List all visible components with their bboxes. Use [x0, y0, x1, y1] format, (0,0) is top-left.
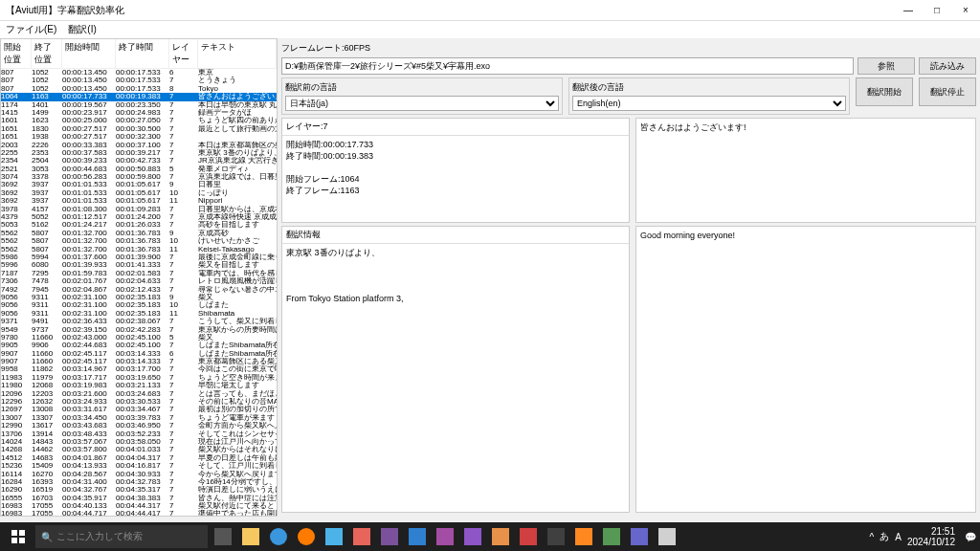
- notification-icon[interactable]: 💬: [965, 532, 976, 542]
- translate-stop-button[interactable]: 翻訳停止: [919, 77, 976, 106]
- app-icon-10[interactable]: [599, 522, 624, 551]
- table-row[interactable]: 3692393700:01:01.53300:01:05.6179日暮里: [1, 181, 277, 188]
- table-row[interactable]: 99071166000:02:45.11700:03:14.3336しばまたSh…: [1, 350, 277, 358]
- layer-info-title: レイヤー:7: [282, 119, 629, 136]
- table-row[interactable]: 97801166000:02:43.00000:02:45.1005柴又: [1, 334, 277, 342]
- table-row[interactable]: 3692393700:01:01.53300:01:05.61711Nippor…: [1, 197, 277, 205]
- table-row[interactable]: 3074337800:00:56.28300:00:59.8007京浜東北線では…: [1, 173, 277, 181]
- taskbar-search[interactable]: 🔍 ここに入力して検索: [35, 525, 208, 548]
- table-row[interactable]: 5986599400:01:37.60000:01:39.9007最後に京成金町…: [1, 253, 277, 261]
- table-row[interactable]: 9549973700:02:39.15000:02:42.2837東京駅からの所…: [1, 326, 277, 334]
- app-icon-7[interactable]: [516, 522, 541, 551]
- taskbar[interactable]: 🔍 ここに入力して検索 ^ あ A 21:51 2024/10/12 💬: [0, 522, 980, 551]
- minimize-button[interactable]: —: [894, 0, 923, 21]
- table-row[interactable]: 1651183000:00:27.51700:00:30.5007最近として旅行…: [1, 125, 277, 133]
- task-view-icon[interactable]: [211, 522, 235, 551]
- app-icon-2[interactable]: [377, 522, 402, 551]
- table-row[interactable]: 7187729500:01:59.78300:02:01.5837電車内では、時…: [1, 270, 277, 277]
- table-row[interactable]: 119831197900:03:17.71700:03:19.6507ちょうど空…: [1, 374, 277, 382]
- maximize-button[interactable]: □: [923, 0, 951, 21]
- table-row[interactable]: 5562580700:01:32.70000:01:36.78310けいせいたか…: [1, 237, 277, 245]
- taskbar-clock[interactable]: 21:51 2024/10/12: [907, 526, 959, 547]
- table-row[interactable]: 9371949100:02:36.43300:02:38.0677こうして、柴又…: [1, 318, 277, 325]
- table-row[interactable]: 3978415700:01:08.30000:01:09.2837日暮里駅からは…: [1, 206, 277, 213]
- table-row[interactable]: 2354250400:00:39.23300:00:42.7337JR京浜東北線…: [1, 157, 277, 165]
- table-row[interactable]: 165551670300:04:35.91700:04:38.3837皆さん、熱…: [1, 495, 277, 502]
- table-row[interactable]: 807105200:00:13.45000:00:17.5336東京: [1, 69, 277, 77]
- table-row[interactable]: 120961220300:03:21.60000:03:24.6837とは言って…: [1, 390, 277, 398]
- table-row[interactable]: 5562580700:01:32.70000:01:36.7839京成高砂: [1, 230, 277, 237]
- table-row[interactable]: 4379505200:01:12.51700:01:24.2007京成本線特快速…: [1, 213, 277, 221]
- table-row[interactable]: 5996608000:01:39.93300:01:41.3337柴又を目指しま…: [1, 261, 277, 269]
- firefox-icon[interactable]: [294, 522, 319, 551]
- subtitle-table[interactable]: 開始位置 終了位置 開始時間 終了時間 レイヤー テキスト 807105200:…: [0, 38, 278, 517]
- browse-button[interactable]: 参照: [858, 57, 915, 75]
- table-row[interactable]: 9905990600:02:44.68300:02:45.1007しばまたShi…: [1, 342, 277, 349]
- app-icon-3[interactable]: [405, 522, 430, 551]
- table-row[interactable]: 807105200:00:13.45000:00:17.5338Tokyo: [1, 85, 277, 93]
- tray-ime-icon[interactable]: あ: [880, 530, 889, 543]
- table-row[interactable]: 807105200:00:13.45000:00:17.5337とうきょう: [1, 77, 277, 84]
- store-icon[interactable]: [322, 522, 346, 551]
- table-row[interactable]: 1174140100:00:19.56700:00:23.3507本日は早朝の東…: [1, 101, 277, 109]
- app-icon-4[interactable]: [433, 522, 457, 551]
- app-icon-12[interactable]: [655, 522, 679, 551]
- table-row[interactable]: 1601162300:00:25.00000:00:27.0507ちょうど駅四の…: [1, 117, 277, 124]
- table-row[interactable]: 162901651900:04:32.76700:04:35.3177特演日差し…: [1, 486, 277, 494]
- svg-rect-2: [11, 538, 17, 543]
- table-row[interactable]: 122961263200:03:24.93300:03:30.5337その前に私…: [1, 398, 277, 406]
- load-button[interactable]: 読み込み: [919, 57, 976, 75]
- table-row[interactable]: 2255235300:00:37.58300:00:39.2177東京駅 3番の…: [1, 149, 277, 157]
- col-layer: レイヤー: [169, 39, 198, 68]
- translate-start-button[interactable]: 翻訳開始: [856, 77, 913, 106]
- table-row[interactable]: 119801206800:03:19.98300:03:21.1337早朝に堪太…: [1, 382, 277, 389]
- table-row[interactable]: 5053516200:01:24.21700:01:26.0337高砂を目指しま…: [1, 221, 277, 229]
- app-icon-8[interactable]: [544, 522, 568, 551]
- table-row[interactable]: 1651193800:00:27.51700:00:32.3007: [1, 133, 277, 141]
- table-row[interactable]: 99581186200:03:14.96700:03:17.7007今回はこの街…: [1, 365, 277, 373]
- table-row[interactable]: 7306747800:02:01.76700:02:04.6337レトロ風扇風機…: [1, 277, 277, 285]
- menu-file[interactable]: ファイル(E): [6, 23, 56, 36]
- table-row[interactable]: 99071166000:02:45.11700:03:14.3337東京都葛飾区…: [1, 358, 277, 365]
- edge-icon[interactable]: [266, 522, 291, 551]
- explorer-icon[interactable]: [238, 522, 263, 551]
- table-row[interactable]: 9056931100:02:31.10000:02:35.1839柴又: [1, 294, 277, 301]
- table-row[interactable]: 9056931100:02:31.10000:02:35.18311Shibam…: [1, 310, 277, 318]
- start-button[interactable]: [4, 522, 33, 551]
- menu-translate[interactable]: 翻訳(I): [68, 23, 96, 36]
- table-row[interactable]: 1415149900:00:23.91700:00:24.9837録画データがほ: [1, 109, 277, 117]
- table-row[interactable]: 9056931100:02:31.10000:02:35.18310しばまた: [1, 301, 277, 309]
- table-row[interactable]: 1064116300:00:17.73300:00:19.3837皆さんおはよう…: [1, 93, 277, 100]
- table-row[interactable]: 5562580700:01:32.70000:01:36.78311Keisei…: [1, 246, 277, 253]
- table-row[interactable]: 169831705500:04:44.71700:04:44.4177準備中であ…: [1, 510, 277, 516]
- table-row[interactable]: 126971300800:03:31.61700:03:34.4677最初は別の…: [1, 406, 277, 413]
- source-lang-select[interactable]: 日本語(ja): [285, 96, 559, 111]
- table-row[interactable]: 142681446200:03:57.80000:04:01.0337柴又駅から…: [1, 446, 277, 453]
- table-row[interactable]: 129901361700:03:43.68300:03:46.9507金町方面か…: [1, 422, 277, 430]
- table-row[interactable]: 162841639300:04:31.40000:04:32.7837今16時1…: [1, 478, 277, 486]
- table-row[interactable]: 137061391400:03:48.43300:03:52.2337そしてこれ…: [1, 430, 277, 438]
- translation-info-title: 翻訳情報: [282, 227, 629, 244]
- tray-input-icon[interactable]: A: [895, 532, 902, 542]
- table-row[interactable]: 152361540900:04:13.93300:04:16.8177そして、江…: [1, 462, 277, 470]
- file-path-input[interactable]: [281, 57, 854, 75]
- table-row[interactable]: 140241484300:03:57.06700:03:58.0507現在は江戸…: [1, 438, 277, 446]
- app-icon-1[interactable]: [349, 522, 374, 551]
- table-row[interactable]: 3692393700:01:01.53300:01:05.61710にっぽり: [1, 189, 277, 197]
- app-icon-6[interactable]: [488, 522, 513, 551]
- table-row[interactable]: 2003222600:00:33.38300:00:37.1007本日は東京都葛…: [1, 142, 277, 149]
- table-row[interactable]: 145121468300:04:01.86700:04:04.3177早夏の日差…: [1, 454, 277, 462]
- search-icon: 🔍: [41, 532, 53, 542]
- app-icon-9[interactable]: [571, 522, 596, 551]
- table-row[interactable]: 130071330700:03:34.45000:03:39.7837ちょうど電…: [1, 414, 277, 422]
- app-icon-5[interactable]: [460, 522, 485, 551]
- app-icon-11[interactable]: [627, 522, 652, 551]
- table-row[interactable]: 169831705500:04:40.13300:04:44.3177柴又駅付近…: [1, 502, 277, 510]
- close-button[interactable]: ×: [951, 0, 980, 21]
- table-row[interactable]: 7492794500:02:04.86700:02:12.4337尋常じゃない暑…: [1, 286, 277, 294]
- target-lang-select[interactable]: English(en): [572, 96, 846, 111]
- translation-text: Good morning everyone!: [636, 227, 975, 512]
- table-row[interactable]: 2521305300:00:44.68300:00:50.8835発車メロディ♪: [1, 165, 277, 173]
- tray-chevron-icon[interactable]: ^: [870, 532, 875, 542]
- table-row[interactable]: 161141627000:04:28.56700:04:30.9337今から柴又…: [1, 471, 277, 478]
